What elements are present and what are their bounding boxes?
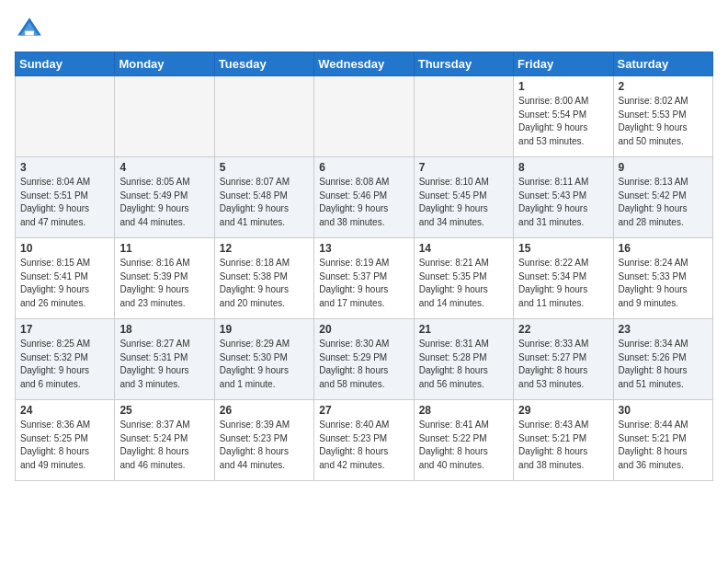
day-number: 18 bbox=[119, 323, 209, 336]
day-info: Sunrise: 8:15 AM Sunset: 5:41 PM Dayligh… bbox=[20, 257, 109, 310]
day-info: Sunrise: 8:04 AM Sunset: 5:51 PM Dayligh… bbox=[20, 176, 109, 229]
day-info: Sunrise: 8:05 AM Sunset: 5:49 PM Dayligh… bbox=[119, 176, 209, 229]
day-number: 23 bbox=[619, 323, 708, 336]
day-info: Sunrise: 8:44 AM Sunset: 5:21 PM Dayligh… bbox=[619, 419, 708, 472]
day-number: 17 bbox=[20, 323, 109, 336]
calendar-cell bbox=[214, 76, 313, 157]
calendar-cell: 28Sunrise: 8:41 AM Sunset: 5:22 PM Dayli… bbox=[414, 400, 513, 481]
day-info: Sunrise: 8:08 AM Sunset: 5:46 PM Dayligh… bbox=[319, 176, 408, 229]
calendar-table: SundayMondayTuesdayWednesdayThursdayFrid… bbox=[15, 52, 713, 481]
weekday-header: Tuesday bbox=[214, 52, 313, 76]
calendar-cell: 13Sunrise: 8:19 AM Sunset: 5:37 PM Dayli… bbox=[314, 238, 414, 319]
day-number: 19 bbox=[220, 323, 309, 336]
calendar-cell: 20Sunrise: 8:30 AM Sunset: 5:29 PM Dayli… bbox=[314, 319, 414, 400]
day-info: Sunrise: 8:43 AM Sunset: 5:21 PM Dayligh… bbox=[518, 419, 608, 472]
day-info: Sunrise: 8:40 AM Sunset: 5:23 PM Dayligh… bbox=[319, 419, 408, 472]
calendar-cell: 5Sunrise: 8:07 AM Sunset: 5:48 PM Daylig… bbox=[214, 157, 313, 238]
calendar-cell: 10Sunrise: 8:15 AM Sunset: 5:41 PM Dayli… bbox=[16, 238, 115, 319]
calendar-header-row: SundayMondayTuesdayWednesdayThursdayFrid… bbox=[16, 52, 713, 76]
calendar-cell: 27Sunrise: 8:40 AM Sunset: 5:23 PM Dayli… bbox=[314, 400, 414, 481]
day-number: 12 bbox=[220, 242, 309, 255]
day-info: Sunrise: 8:22 AM Sunset: 5:34 PM Dayligh… bbox=[518, 257, 608, 310]
day-number: 7 bbox=[419, 161, 508, 174]
day-info: Sunrise: 8:21 AM Sunset: 5:35 PM Dayligh… bbox=[419, 257, 508, 310]
calendar-cell: 18Sunrise: 8:27 AM Sunset: 5:31 PM Dayli… bbox=[115, 319, 214, 400]
day-info: Sunrise: 8:39 AM Sunset: 5:23 PM Dayligh… bbox=[220, 419, 309, 472]
calendar-cell: 26Sunrise: 8:39 AM Sunset: 5:23 PM Dayli… bbox=[214, 400, 313, 481]
day-number: 28 bbox=[419, 404, 508, 417]
logo bbox=[15, 15, 48, 44]
day-number: 22 bbox=[518, 323, 608, 336]
day-info: Sunrise: 8:07 AM Sunset: 5:48 PM Dayligh… bbox=[220, 176, 309, 229]
day-info: Sunrise: 8:34 AM Sunset: 5:26 PM Dayligh… bbox=[619, 338, 708, 391]
calendar-cell: 3Sunrise: 8:04 AM Sunset: 5:51 PM Daylig… bbox=[16, 157, 115, 238]
weekday-header: Saturday bbox=[613, 52, 712, 76]
calendar-cell: 7Sunrise: 8:10 AM Sunset: 5:45 PM Daylig… bbox=[414, 157, 513, 238]
day-number: 30 bbox=[619, 404, 708, 417]
calendar-cell: 16Sunrise: 8:24 AM Sunset: 5:33 PM Dayli… bbox=[613, 238, 712, 319]
weekday-header: Friday bbox=[514, 52, 613, 76]
day-info: Sunrise: 8:00 AM Sunset: 5:54 PM Dayligh… bbox=[518, 95, 608, 148]
calendar-cell bbox=[414, 76, 513, 157]
day-number: 16 bbox=[619, 242, 708, 255]
calendar-week-row: 10Sunrise: 8:15 AM Sunset: 5:41 PM Dayli… bbox=[16, 238, 713, 319]
calendar-cell: 4Sunrise: 8:05 AM Sunset: 5:49 PM Daylig… bbox=[115, 157, 214, 238]
calendar-cell: 6Sunrise: 8:08 AM Sunset: 5:46 PM Daylig… bbox=[314, 157, 414, 238]
day-number: 1 bbox=[518, 80, 608, 93]
day-info: Sunrise: 8:41 AM Sunset: 5:22 PM Dayligh… bbox=[419, 419, 508, 472]
day-number: 11 bbox=[119, 242, 209, 255]
calendar-cell: 2Sunrise: 8:02 AM Sunset: 5:53 PM Daylig… bbox=[613, 76, 712, 157]
day-number: 15 bbox=[518, 242, 608, 255]
calendar-cell: 8Sunrise: 8:11 AM Sunset: 5:43 PM Daylig… bbox=[514, 157, 613, 238]
weekday-header: Wednesday bbox=[314, 52, 414, 76]
calendar-cell: 15Sunrise: 8:22 AM Sunset: 5:34 PM Dayli… bbox=[514, 238, 613, 319]
calendar-cell: 11Sunrise: 8:16 AM Sunset: 5:39 PM Dayli… bbox=[115, 238, 214, 319]
day-info: Sunrise: 8:10 AM Sunset: 5:45 PM Dayligh… bbox=[419, 176, 508, 229]
day-info: Sunrise: 8:36 AM Sunset: 5:25 PM Dayligh… bbox=[20, 419, 109, 472]
day-info: Sunrise: 8:31 AM Sunset: 5:28 PM Dayligh… bbox=[419, 338, 508, 391]
calendar-cell: 29Sunrise: 8:43 AM Sunset: 5:21 PM Dayli… bbox=[514, 400, 613, 481]
day-number: 24 bbox=[20, 404, 109, 417]
page-header bbox=[15, 15, 713, 44]
weekday-header: Monday bbox=[115, 52, 214, 76]
calendar-cell: 25Sunrise: 8:37 AM Sunset: 5:24 PM Dayli… bbox=[115, 400, 214, 481]
day-info: Sunrise: 8:37 AM Sunset: 5:24 PM Dayligh… bbox=[119, 419, 209, 472]
day-info: Sunrise: 8:27 AM Sunset: 5:31 PM Dayligh… bbox=[119, 338, 209, 391]
day-number: 8 bbox=[518, 161, 608, 174]
day-info: Sunrise: 8:18 AM Sunset: 5:38 PM Dayligh… bbox=[220, 257, 309, 310]
calendar-week-row: 1Sunrise: 8:00 AM Sunset: 5:54 PM Daylig… bbox=[16, 76, 713, 157]
day-info: Sunrise: 8:11 AM Sunset: 5:43 PM Dayligh… bbox=[518, 176, 608, 229]
calendar-cell bbox=[115, 76, 214, 157]
calendar-cell bbox=[16, 76, 115, 157]
day-number: 21 bbox=[419, 323, 508, 336]
svg-rect-2 bbox=[25, 31, 34, 36]
calendar-cell: 24Sunrise: 8:36 AM Sunset: 5:25 PM Dayli… bbox=[16, 400, 115, 481]
day-info: Sunrise: 8:02 AM Sunset: 5:53 PM Dayligh… bbox=[619, 95, 708, 148]
day-number: 14 bbox=[419, 242, 508, 255]
day-number: 9 bbox=[619, 161, 708, 174]
day-number: 5 bbox=[220, 161, 309, 174]
day-number: 10 bbox=[20, 242, 109, 255]
calendar-cell: 30Sunrise: 8:44 AM Sunset: 5:21 PM Dayli… bbox=[613, 400, 712, 481]
day-info: Sunrise: 8:16 AM Sunset: 5:39 PM Dayligh… bbox=[119, 257, 209, 310]
calendar-cell: 9Sunrise: 8:13 AM Sunset: 5:42 PM Daylig… bbox=[613, 157, 712, 238]
calendar-cell: 21Sunrise: 8:31 AM Sunset: 5:28 PM Dayli… bbox=[414, 319, 513, 400]
calendar-cell: 19Sunrise: 8:29 AM Sunset: 5:30 PM Dayli… bbox=[214, 319, 313, 400]
day-number: 4 bbox=[119, 161, 209, 174]
calendar-cell: 23Sunrise: 8:34 AM Sunset: 5:26 PM Dayli… bbox=[613, 319, 712, 400]
logo-icon bbox=[15, 15, 44, 44]
calendar-cell: 22Sunrise: 8:33 AM Sunset: 5:27 PM Dayli… bbox=[514, 319, 613, 400]
day-number: 26 bbox=[220, 404, 309, 417]
day-info: Sunrise: 8:24 AM Sunset: 5:33 PM Dayligh… bbox=[619, 257, 708, 310]
day-number: 20 bbox=[319, 323, 408, 336]
day-number: 13 bbox=[319, 242, 408, 255]
day-info: Sunrise: 8:13 AM Sunset: 5:42 PM Dayligh… bbox=[619, 176, 708, 229]
day-number: 6 bbox=[319, 161, 408, 174]
calendar-week-row: 17Sunrise: 8:25 AM Sunset: 5:32 PM Dayli… bbox=[16, 319, 713, 400]
day-number: 27 bbox=[319, 404, 408, 417]
day-info: Sunrise: 8:30 AM Sunset: 5:29 PM Dayligh… bbox=[319, 338, 408, 391]
day-number: 29 bbox=[518, 404, 608, 417]
day-info: Sunrise: 8:33 AM Sunset: 5:27 PM Dayligh… bbox=[518, 338, 608, 391]
calendar-week-row: 3Sunrise: 8:04 AM Sunset: 5:51 PM Daylig… bbox=[16, 157, 713, 238]
calendar-cell: 17Sunrise: 8:25 AM Sunset: 5:32 PM Dayli… bbox=[16, 319, 115, 400]
